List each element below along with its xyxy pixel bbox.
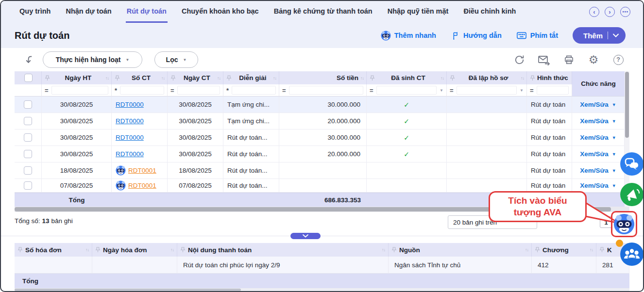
settings-gear-icon[interactable]: ⚙ xyxy=(587,53,600,66)
tab-dieu-chinh-kinh[interactable]: Điều chỉnh kinh xyxy=(462,1,517,23)
row-checkbox[interactable] xyxy=(24,166,32,175)
sort-icon[interactable]: ↑↓ xyxy=(525,247,528,252)
print-icon[interactable] xyxy=(562,53,575,66)
tab-nhap-quy-tien-mat[interactable]: Nhập quỹ tiền mặt xyxy=(387,1,450,23)
filter-ngay-ht[interactable]: = xyxy=(42,84,112,97)
tab-quy-trinh[interactable]: Quy trình xyxy=(18,1,51,23)
pin-icon[interactable] xyxy=(180,247,186,253)
voucher-link[interactable]: RDT0000 xyxy=(116,150,144,158)
filter-dropdown-icon[interactable]: ▼ xyxy=(520,88,524,93)
voucher-link-ava[interactable]: RDT0001 xyxy=(128,182,156,189)
pin-icon[interactable] xyxy=(599,247,605,253)
vertical-scrollbar-thumb[interactable] xyxy=(625,72,629,138)
add-button[interactable]: Thêm xyxy=(573,27,626,44)
row-checkbox[interactable] xyxy=(24,100,32,109)
pin-icon[interactable] xyxy=(170,75,176,81)
row-checkbox[interactable] xyxy=(24,117,32,125)
column-header-chuong[interactable]: Chương ↑↓ xyxy=(532,243,596,257)
filter-input[interactable] xyxy=(232,86,276,95)
pin-icon[interactable] xyxy=(45,75,50,81)
table-row[interactable]: 30/08/2025 RDT0000 30/08/2025 Tạm ứng ch… xyxy=(15,113,625,130)
pin-icon[interactable] xyxy=(115,75,120,81)
table-row[interactable]: 30/08/2025 RDT0000 30/08/2025 Rút dự toá… xyxy=(15,146,625,162)
table-row[interactable]: 30/08/2025 RDT0000 30/08/2025 Tạm ứng ch… xyxy=(15,97,625,113)
sort-icon[interactable]: ↑↓ xyxy=(85,247,89,252)
pin-icon[interactable] xyxy=(530,75,535,81)
column-header-so-hoa-don[interactable]: Số hóa đơn ↑↓ xyxy=(15,243,92,257)
column-header-dien-giai[interactable]: Diễn giải ↑↓ xyxy=(223,71,279,84)
filter-dropdown-icon[interactable]: ▼ xyxy=(440,88,443,93)
voucher-link-ava[interactable]: RDT0001 xyxy=(128,167,156,174)
table-row[interactable]: 07/08/2025 RDT0001 07/08/2025 Rút dự toá… xyxy=(15,179,625,193)
column-header-ngay-ct[interactable]: Ngày CT ↑↓ xyxy=(168,71,223,84)
sort-icon[interactable]: ↑↓ xyxy=(382,247,385,252)
view-edit-button[interactable]: Xem/Sửa xyxy=(580,101,609,108)
select-all-checkbox[interactable] xyxy=(24,74,33,82)
sort-icon[interactable]: ↑↓ xyxy=(360,76,364,81)
tab-chuyen-khoan-kho-bac[interactable]: Chuyển khoản kho bạc xyxy=(181,1,260,23)
filter-input[interactable] xyxy=(120,86,164,95)
voucher-link[interactable]: RDT0000 xyxy=(116,134,144,141)
shortcut-button[interactable]: Phím tắt xyxy=(516,31,558,40)
pin-icon[interactable] xyxy=(370,75,375,81)
filter-so-tien[interactable]: = xyxy=(279,84,367,97)
sort-icon[interactable]: ↑↓ xyxy=(590,247,593,252)
voucher-link[interactable]: RDT0000 xyxy=(116,101,144,108)
column-header-so-tien[interactable]: Số tiền ↑↓ xyxy=(279,71,367,84)
filter-input[interactable] xyxy=(457,86,517,95)
column-header-nguon[interactable]: Nguồn ↑↓ xyxy=(389,243,532,257)
sort-descending-icon[interactable] xyxy=(23,54,34,65)
chevron-down-icon[interactable] xyxy=(613,33,619,37)
pin-icon[interactable] xyxy=(17,247,23,253)
pin-icon[interactable] xyxy=(226,75,232,81)
filter-input[interactable] xyxy=(51,86,108,95)
announcements-button[interactable] xyxy=(620,183,644,208)
tab-nhan-du-toan[interactable]: Nhận dự toán xyxy=(65,1,112,23)
row-checkbox[interactable] xyxy=(24,150,32,158)
batch-actions-dropdown[interactable]: Thực hiện hàng loạt ▼ xyxy=(43,51,142,68)
filter-input[interactable] xyxy=(537,86,569,95)
chevron-down-icon[interactable]: ▼ xyxy=(612,168,616,173)
pin-icon[interactable] xyxy=(391,247,397,253)
table-row[interactable]: 30/08/2025 RDT0000 30/08/2025 Rút dự toá… xyxy=(15,130,625,146)
tabs-more-icon[interactable]: ⋯ xyxy=(620,7,630,17)
chevron-down-icon[interactable]: ▼ xyxy=(612,183,616,188)
quick-add-button[interactable]: Thêm nhanh xyxy=(381,31,436,41)
column-header-da-lap-ho-so[interactable]: Đã lập hồ sơ ↑↓ xyxy=(447,71,527,84)
view-edit-button[interactable]: Xem/Sửa xyxy=(580,134,609,141)
sort-icon[interactable]: ↑↓ xyxy=(170,247,174,252)
filter-hinh-thuc[interactable]: = xyxy=(527,84,572,97)
refresh-icon[interactable] xyxy=(513,53,525,66)
filter-da-lap-ho-so[interactable]: = ▼ xyxy=(447,84,527,97)
filter-input[interactable] xyxy=(376,86,437,95)
table-row[interactable]: 18/08/2025 RDT0001 18/08/2025 Rút dự toá… xyxy=(15,162,625,179)
guide-button[interactable]: Hướng dẫn xyxy=(451,31,502,40)
chevron-down-icon[interactable]: ▼ xyxy=(612,119,616,124)
tabs-scroll-left-icon[interactable]: ‹ xyxy=(589,7,599,17)
view-edit-button[interactable]: Xem/Sửa xyxy=(580,167,609,174)
filter-da-sinh-ct[interactable]: = ▼ xyxy=(367,84,447,97)
filter-input[interactable] xyxy=(177,86,220,95)
email-send-icon[interactable] xyxy=(538,53,550,66)
detail-table-row[interactable]: Rút dự toán chi phúc lợi ngày 2/9 Ngân s… xyxy=(15,257,629,274)
sort-icon[interactable]: ↑↓ xyxy=(161,76,165,81)
view-edit-button[interactable]: Xem/Sửa xyxy=(580,182,609,189)
help-icon[interactable]: ? xyxy=(612,53,625,66)
chevron-down-icon[interactable]: ▼ xyxy=(612,135,616,140)
tabs-scroll-right-icon[interactable]: › xyxy=(605,7,615,17)
chevron-down-icon[interactable]: ▼ xyxy=(612,152,616,157)
sort-icon[interactable]: ↑↓ xyxy=(105,76,109,81)
column-header-noi-dung-thanh-toan[interactable]: Nội dung thanh toán ↑↓ xyxy=(177,243,389,257)
tab-rut-du-toan[interactable]: Rút dự toán xyxy=(126,1,168,23)
sort-icon[interactable]: ↑↓ xyxy=(273,76,276,81)
tab-bang-ke-chung-tu[interactable]: Bảng kê chứng từ thanh toán xyxy=(273,1,373,23)
sort-icon[interactable]: ↑↓ xyxy=(441,76,444,81)
column-header-ngay-hoa-don[interactable]: Ngày hóa đơn ↑↓ xyxy=(92,243,177,257)
detail-horizontal-scrollbar-thumb[interactable] xyxy=(15,289,241,291)
pin-icon[interactable] xyxy=(535,247,540,253)
chevron-down-icon[interactable]: ▼ xyxy=(612,102,616,107)
voucher-link[interactable]: RDT0000 xyxy=(116,117,144,125)
view-edit-button[interactable]: Xem/Sửa xyxy=(580,117,609,125)
row-checkbox[interactable] xyxy=(24,181,32,190)
filter-dien-giai[interactable]: * xyxy=(223,84,279,97)
